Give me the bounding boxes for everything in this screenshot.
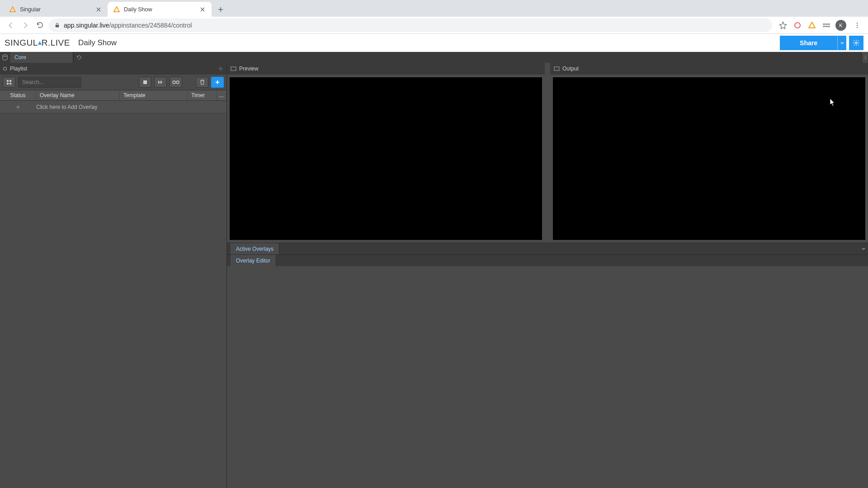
address-bar: app.singular.live/appinstances/245884/co…	[0, 17, 868, 34]
playlist-indicator-icon	[0, 66, 10, 71]
profile-avatar[interactable]: K	[835, 20, 846, 31]
star-icon[interactable]	[778, 20, 788, 31]
layers-bar: Core	[0, 52, 868, 63]
overlay-editor-tab[interactable]: Overlay Editor	[231, 255, 276, 267]
svg-rect-18	[9, 80, 11, 82]
svg-marker-1	[114, 7, 119, 12]
tab-title: Daily Show	[124, 6, 152, 13]
url-input[interactable]: app.singular.live/appinstances/245884/co…	[49, 19, 772, 32]
playlist-settings-button[interactable]	[215, 66, 226, 71]
favicon-singular	[113, 6, 120, 13]
layers-icon[interactable]	[0, 52, 10, 63]
brand-logo[interactable]: SINGULR.LIVE	[5, 38, 70, 48]
svg-rect-17	[7, 80, 9, 82]
add-overlay-button[interactable]	[211, 77, 224, 88]
svg-point-11	[3, 55, 7, 56]
col-status[interactable]: Status	[0, 90, 36, 100]
settings-button[interactable]	[849, 36, 863, 50]
svg-point-3	[795, 23, 800, 28]
url-domain: app.singular.live	[64, 22, 109, 29]
extension-icon-singular[interactable]	[807, 20, 817, 31]
monitor-icon	[231, 66, 236, 71]
plus-icon	[0, 105, 36, 109]
favicon-singular	[9, 6, 16, 13]
output-viewport[interactable]	[553, 77, 865, 240]
playlist-panel: Playlist	[0, 63, 227, 488]
svg-rect-2	[56, 25, 59, 27]
svg-point-9	[857, 27, 858, 28]
url-path: /appinstances/245884/control	[109, 22, 192, 29]
extension-icon-generic[interactable]	[821, 20, 832, 31]
col-overlay-name[interactable]: Overlay Name	[36, 90, 120, 100]
forward-button[interactable]	[18, 18, 33, 33]
svg-point-16	[220, 68, 222, 70]
browser-tab-strip: Singular Daily Show	[0, 0, 868, 17]
svg-rect-26	[231, 67, 236, 70]
svg-point-7	[857, 23, 858, 23]
extension-icon-opera[interactable]	[792, 20, 803, 31]
reload-button[interactable]	[33, 18, 47, 33]
active-overlays-tab[interactable]: Active Overlays	[231, 243, 279, 255]
app-header: SINGULR.LIVE Daily Show Share	[0, 34, 868, 52]
lock-icon	[54, 22, 60, 28]
close-icon[interactable]	[199, 6, 206, 13]
tab-title: Singular	[20, 6, 41, 13]
playlist-table-header: Status Overlay Name Template Timer ...	[0, 90, 226, 101]
panel-handle[interactable]	[862, 52, 868, 63]
playlist-header: Playlist	[0, 63, 226, 75]
active-overlays-bar[interactable]: Active Overlays	[227, 243, 868, 254]
svg-rect-27	[554, 67, 559, 70]
svg-point-8	[857, 24, 858, 25]
browser-menu-button[interactable]	[850, 18, 864, 33]
main-area: Playlist	[0, 63, 868, 488]
svg-rect-24	[173, 81, 175, 84]
chevron-down-icon[interactable]	[859, 247, 868, 251]
preview-viewport[interactable]	[230, 77, 542, 240]
browser-tab-dailyshow[interactable]: Daily Show	[108, 2, 212, 17]
svg-marker-22	[158, 80, 160, 84]
back-button[interactable]	[4, 18, 18, 33]
overlay-editor-area	[227, 266, 868, 488]
output-column: Output	[550, 63, 868, 243]
stop-button[interactable]	[139, 77, 151, 88]
output-label: Output	[562, 66, 579, 72]
preview-label: Preview	[239, 66, 259, 72]
brand-triangle-blue	[38, 41, 42, 45]
output-header: Output	[550, 63, 868, 75]
svg-rect-20	[9, 83, 11, 84]
svg-point-14	[865, 58, 866, 59]
svg-rect-25	[176, 81, 179, 84]
new-tab-button[interactable]	[214, 3, 227, 16]
preview-header: Preview	[227, 63, 545, 75]
playlist-toolbar	[0, 75, 226, 90]
col-more[interactable]: ...	[217, 90, 226, 100]
svg-point-10	[855, 42, 857, 44]
preview-column: Preview	[227, 63, 545, 243]
layer-refresh-button[interactable]	[73, 52, 84, 63]
svg-point-15	[4, 67, 7, 70]
show-title: Daily Show	[78, 38, 117, 47]
svg-point-13	[865, 57, 866, 58]
link-button[interactable]	[170, 77, 182, 88]
video-row: Preview Output	[227, 63, 868, 243]
svg-rect-19	[7, 83, 9, 84]
add-overlay-row[interactable]: Click here to Add Overlay	[0, 101, 226, 113]
close-icon[interactable]	[95, 6, 102, 13]
share-dropdown-button[interactable]	[837, 36, 846, 50]
share-button[interactable]: Share	[780, 36, 837, 50]
search-input[interactable]	[18, 77, 81, 88]
play-next-button[interactable]	[154, 77, 167, 88]
delete-button[interactable]	[196, 77, 208, 88]
svg-rect-5	[823, 23, 830, 25]
col-timer[interactable]: Timer	[188, 90, 217, 100]
col-template[interactable]: Template	[120, 90, 188, 100]
grid-view-button[interactable]	[3, 77, 15, 88]
monitor-icon	[554, 66, 560, 71]
svg-rect-21	[143, 80, 147, 84]
browser-tab-singular[interactable]: Singular	[4, 2, 108, 17]
svg-point-12	[865, 56, 866, 56]
overlay-editor-bar[interactable]: Overlay Editor	[227, 254, 868, 266]
svg-marker-4	[809, 22, 815, 28]
layer-tab-core[interactable]: Core	[10, 52, 73, 63]
svg-rect-6	[823, 26, 830, 27]
